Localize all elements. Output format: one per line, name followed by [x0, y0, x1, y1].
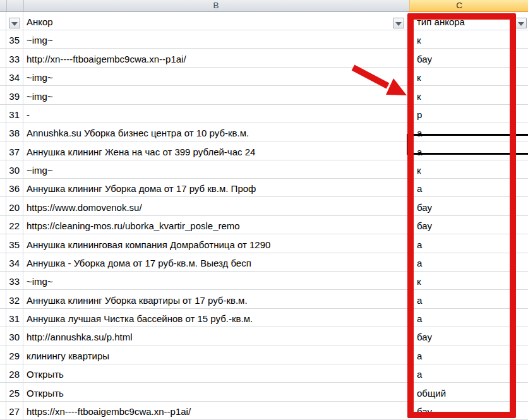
grid-rows: 35~img~к33http://xn----ftboaigembc9cwa.x… — [0, 30, 528, 420]
row-number-cell[interactable]: 39 — [6, 86, 23, 104]
anchor-type-cell[interactable]: а — [409, 234, 528, 252]
anchor-cell[interactable]: ~img~ — [23, 86, 409, 104]
anchor-type-cell[interactable]: р — [409, 105, 528, 123]
partial-column-cell — [0, 272, 6, 289]
anchor-cell[interactable]: Annushka.su Уборка бизнес центра от 10 р… — [23, 123, 409, 141]
filter-dropdown-button[interactable] — [393, 18, 404, 28]
chevron-down-icon — [395, 22, 402, 26]
filter-dropdown-button[interactable] — [515, 18, 527, 28]
anchor-type-header-cell[interactable]: тип анкора — [409, 12, 528, 30]
anchor-type-cell[interactable]: к — [409, 68, 528, 85]
anchor-cell[interactable]: Аннушка - Уборка дома от 17 руб-кв.м. Вы… — [23, 253, 409, 271]
anchor-cell[interactable]: Аннушка клининг Уборка дома от 17 руб кв… — [23, 179, 409, 196]
anchor-cell[interactable]: - — [23, 105, 409, 123]
row-number-cell[interactable]: 33 — [6, 49, 23, 66]
anchor-cell[interactable]: ~img~ — [23, 30, 409, 48]
anchor-type-cell[interactable]: к — [409, 30, 528, 48]
anchor-cell[interactable]: Аннушка клининг Уборка квартиры от 17 ру… — [23, 290, 409, 308]
row-number-header-cell — [6, 12, 23, 30]
anchor-cell[interactable]: ~img~ — [23, 272, 409, 289]
partial-column-cell — [0, 327, 6, 345]
anchor-cell[interactable]: Открыть — [23, 383, 409, 400]
table-row: 31Аннушка лучшая Чистка бассейнов от 15 … — [0, 309, 528, 327]
anchor-type-header-label: тип анкора — [417, 16, 465, 27]
anchor-type-cell[interactable]: общий — [409, 383, 528, 400]
table-row: 33~img~к — [0, 272, 528, 290]
row-number-cell[interactable]: 35 — [6, 234, 23, 252]
anchor-type-cell[interactable]: бау — [409, 197, 528, 215]
table-row: 36Аннушка клининг Уборка дома от 17 руб … — [0, 179, 528, 197]
anchor-type-cell[interactable]: а — [409, 141, 528, 159]
table-row: 37Аннушка клининг Жена на час от 399 руб… — [0, 141, 528, 160]
row-number-cell[interactable]: 32 — [6, 290, 23, 308]
partial-column-cell — [0, 253, 6, 271]
row-number-cell[interactable]: 34 — [6, 253, 23, 271]
filter-dropdown-button[interactable] — [9, 18, 20, 28]
row-number-cell[interactable]: 33 — [6, 272, 23, 289]
table-row: 22https://cleaning-mos.ru/uborka_kvartir… — [0, 216, 528, 234]
row-number-cell[interactable]: 22 — [6, 216, 23, 234]
anchor-type-cell[interactable]: бау — [409, 402, 528, 419]
anchor-type-cell[interactable]: а — [409, 364, 528, 382]
anchor-type-cell[interactable]: бау — [409, 49, 528, 66]
chevron-down-icon — [11, 22, 18, 26]
partial-column-cell — [0, 216, 6, 234]
anchor-cell[interactable]: клинингу квартиры — [23, 345, 409, 363]
row-number-cell[interactable]: 28 — [6, 364, 23, 382]
column-divider — [6, 0, 7, 11]
anchor-type-cell[interactable]: а — [409, 345, 528, 363]
table-row: 20https://www.domovenok.su/бау — [0, 197, 528, 215]
row-number-cell[interactable]: 27 — [6, 402, 23, 419]
partial-column-cell — [0, 123, 6, 141]
anchor-cell[interactable]: https://www.domovenok.su/ — [23, 197, 409, 215]
anchor-type-cell[interactable]: а — [409, 123, 528, 141]
row-number-cell[interactable]: 20 — [6, 197, 23, 215]
partial-column-cell — [0, 141, 6, 159]
anchor-type-cell[interactable]: бау — [409, 216, 528, 234]
anchor-cell[interactable]: Аннушка лучшая Чистка бассейнов от 15 ру… — [23, 309, 409, 327]
partial-column-cell — [0, 160, 6, 178]
partial-column-cell — [0, 30, 6, 48]
row-number-cell[interactable]: 30 — [6, 160, 23, 178]
row-number-cell[interactable]: 38 — [6, 123, 23, 141]
anchor-type-cell[interactable]: а — [409, 253, 528, 271]
anchor-type-cell[interactable]: бау — [409, 327, 528, 345]
anchor-cell[interactable]: Аннушка клининговая компания Домработниц… — [23, 234, 409, 252]
anchor-type-cell[interactable]: к — [409, 272, 528, 289]
partial-column-cell — [0, 383, 6, 400]
anchor-cell[interactable]: http://xn----ftboaigembc9cwa.xn--p1ai/ — [23, 49, 409, 66]
table-row: 35~img~к — [0, 30, 528, 49]
row-number-cell[interactable]: 35 — [6, 30, 23, 48]
anchor-cell[interactable]: http://annushka.su/p.html — [23, 327, 409, 345]
anchor-header-cell[interactable]: Анкор — [23, 12, 409, 30]
row-number-cell[interactable]: 29 — [6, 345, 23, 363]
table-row: 34Аннушка - Уборка дома от 17 руб-кв.м. … — [0, 253, 528, 272]
anchor-cell[interactable]: Аннушка клининг Жена на час от 399 рубле… — [23, 141, 409, 159]
table-row: 34~img~к — [0, 68, 528, 86]
column-letter-b[interactable]: B — [213, 0, 219, 11]
anchor-cell[interactable]: https://cleaning-mos.ru/uborka_kvartir_p… — [23, 216, 409, 234]
row-number-cell[interactable]: 34 — [6, 68, 23, 85]
table-row: 30~img~к — [0, 160, 528, 179]
column-letter-c[interactable]: C — [456, 0, 462, 11]
anchor-cell[interactable]: ~img~ — [23, 160, 409, 178]
anchor-cell[interactable]: Открыть — [23, 364, 409, 382]
selected-column-letter-highlight — [409, 0, 528, 12]
anchor-type-cell[interactable]: а — [409, 179, 528, 196]
row-number-cell[interactable]: 25 — [6, 383, 23, 400]
anchor-cell[interactable]: https://xn----ftboaigembc9cwa.xn--p1ai/ — [23, 402, 409, 419]
table-row: 28Открытьа — [0, 364, 528, 383]
row-number-cell[interactable]: 31 — [6, 309, 23, 327]
anchor-type-cell[interactable]: к — [409, 86, 528, 104]
spreadsheet: B C Анкор тип анкора 35~img~к33http://xn… — [0, 0, 528, 420]
anchor-type-cell[interactable]: а — [409, 309, 528, 327]
row-number-cell[interactable]: 31 — [6, 105, 23, 123]
row-number-cell[interactable]: 36 — [6, 179, 23, 196]
row-number-cell[interactable]: 30 — [6, 327, 23, 345]
anchor-cell[interactable]: ~img~ — [23, 68, 409, 85]
partial-column-cell — [0, 68, 6, 85]
anchor-type-cell[interactable]: к — [409, 160, 528, 178]
row-number-cell[interactable]: 37 — [6, 141, 23, 159]
partial-column-cell — [0, 345, 6, 363]
anchor-type-cell[interactable]: а — [409, 290, 528, 308]
